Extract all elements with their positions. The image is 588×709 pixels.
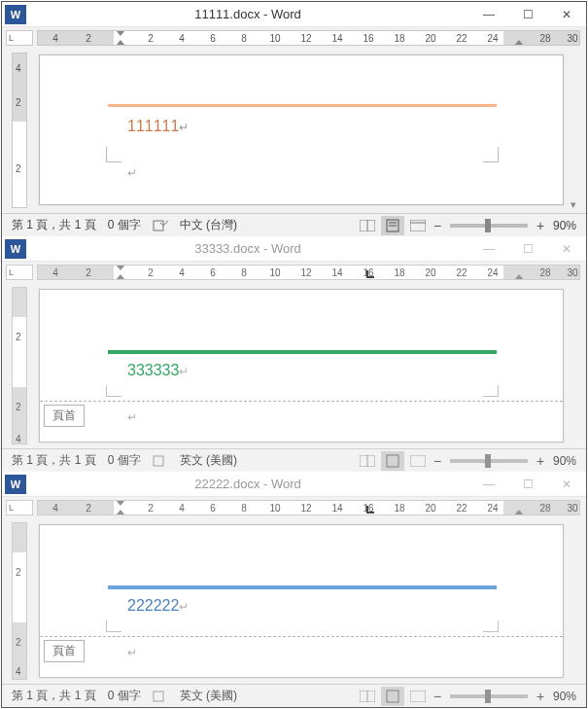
statusbar: 第 1 頁，共 1 頁 0 個字 中文 (台灣) − + 90% xyxy=(2,213,586,236)
svg-rect-8 xyxy=(154,456,163,466)
zoom-slider[interactable] xyxy=(450,459,528,463)
vertical-scrollbar[interactable]: ▾ xyxy=(568,49,581,213)
language-status[interactable]: 中文 (台灣) xyxy=(174,214,243,236)
word-count[interactable]: 0 個字 xyxy=(102,214,147,236)
zoom-thumb[interactable] xyxy=(485,219,491,232)
tab-selector[interactable]: L xyxy=(6,500,33,515)
web-layout-icon[interactable] xyxy=(406,216,430,235)
svg-rect-16 xyxy=(387,691,398,702)
document-text[interactable]: 333333↵ xyxy=(127,362,189,379)
tab-stop[interactable] xyxy=(366,270,374,278)
maximize-button[interactable]: ☐ xyxy=(508,472,547,497)
hanging-indent[interactable] xyxy=(116,40,125,46)
close-button[interactable]: ✕ xyxy=(547,2,586,27)
tab-selector[interactable]: L xyxy=(6,30,33,46)
zoom-out-button[interactable]: − xyxy=(431,689,444,704)
language-status[interactable]: 英文 (美國) xyxy=(174,685,243,707)
document-page[interactable]: 222222↵ 頁首 ↵ xyxy=(39,524,564,678)
document-text[interactable]: 222222↵ xyxy=(127,597,189,615)
header-label[interactable]: 頁首 xyxy=(44,405,85,427)
vertical-ruler[interactable]: 4 2 2 xyxy=(12,53,27,208)
vertical-ruler[interactable]: 2 2 4 xyxy=(12,522,27,680)
spelling-icon[interactable] xyxy=(147,685,174,707)
document-area: 2 2 4 222222↵ 頁首 ↵ xyxy=(2,518,586,684)
tab-stop[interactable] xyxy=(366,506,374,514)
web-layout-icon[interactable] xyxy=(406,687,430,706)
vertical-ruler-col: 2 2 4 xyxy=(6,283,33,448)
window-controls: — ☐ ✕ xyxy=(469,2,586,27)
first-line-indent[interactable] xyxy=(116,30,125,36)
minimize-button[interactable]: — xyxy=(469,2,508,27)
close-button[interactable]: ✕ xyxy=(547,472,586,497)
document-page[interactable]: 111111↵ ↵ xyxy=(39,54,564,205)
horizontal-ruler[interactable]: 4 2 2 4 6 8 10 12 14 16 18 20 22 24 28 3… xyxy=(37,30,580,46)
vertical-scrollbar[interactable] xyxy=(568,283,581,448)
language-status[interactable]: 英文 (美國) xyxy=(174,449,243,472)
container: W 11111.docx - Word — ☐ ✕ L 4 2 2 4 6 8 xyxy=(1,1,587,708)
zoom-in-button[interactable]: + xyxy=(534,218,547,233)
zoom-slider[interactable] xyxy=(450,224,528,228)
margin-corner-bl xyxy=(106,620,121,632)
minimize-button[interactable]: — xyxy=(469,472,508,497)
statusbar: 第 1 頁，共 1 頁 0 個字 英文 (美國) − + 90% xyxy=(2,684,586,707)
first-line-indent[interactable] xyxy=(116,500,125,506)
minimize-button[interactable]: — xyxy=(469,236,508,262)
titlebar[interactable]: W 22222.docx - Word — ☐ ✕ xyxy=(2,472,586,497)
tab-selector[interactable]: L xyxy=(6,265,33,280)
first-line-indent[interactable] xyxy=(116,265,125,270)
print-layout-icon[interactable] xyxy=(381,687,404,706)
right-indent[interactable] xyxy=(514,274,524,280)
margin-corner-br xyxy=(483,147,499,162)
zoom-in-button[interactable]: + xyxy=(534,453,547,469)
vertical-ruler-col: 2 2 4 xyxy=(6,518,33,684)
hanging-indent[interactable] xyxy=(116,510,125,515)
page-status[interactable]: 第 1 頁，共 1 頁 xyxy=(6,214,102,236)
word-count[interactable]: 0 個字 xyxy=(102,685,147,707)
titlebar[interactable]: W 33333.docx - Word — ☐ ✕ xyxy=(2,236,586,262)
read-mode-icon[interactable] xyxy=(356,687,379,706)
horizontal-ruler-row: L 4 2 2 4 6 8 10 12 14 16 18 20 22 xyxy=(2,262,586,283)
word-app-icon: W xyxy=(5,5,26,24)
zoom-level[interactable]: 90% xyxy=(547,214,582,236)
hanging-indent[interactable] xyxy=(116,274,125,280)
read-mode-icon[interactable] xyxy=(356,451,379,471)
page-status[interactable]: 第 1 頁，共 1 頁 xyxy=(6,685,102,707)
right-indent[interactable] xyxy=(514,510,524,515)
vertical-scrollbar[interactable] xyxy=(568,518,581,684)
header-border-line xyxy=(108,350,497,354)
word-count[interactable]: 0 個字 xyxy=(102,449,147,472)
document-text[interactable]: 111111↵ xyxy=(127,118,189,135)
print-layout-icon[interactable] xyxy=(381,216,404,235)
document-area: 2 2 4 333333↵ 頁首 ↵ xyxy=(2,283,586,448)
horizontal-ruler[interactable]: 4 2 2 4 6 8 10 12 14 16 18 20 22 24 28 3… xyxy=(37,500,580,515)
svg-rect-6 xyxy=(410,220,426,231)
zoom-thumb[interactable] xyxy=(485,690,491,703)
vertical-ruler-col: 4 2 2 xyxy=(6,49,33,213)
zoom-thumb[interactable] xyxy=(485,454,491,468)
right-indent[interactable] xyxy=(514,40,524,46)
svg-rect-11 xyxy=(387,455,398,467)
svg-rect-12 xyxy=(410,455,426,467)
print-layout-icon[interactable] xyxy=(381,451,404,471)
header-label[interactable]: 頁首 xyxy=(44,640,85,662)
zoom-level[interactable]: 90% xyxy=(547,449,582,472)
zoom-out-button[interactable]: − xyxy=(431,218,444,233)
titlebar[interactable]: W 11111.docx - Word — ☐ ✕ xyxy=(2,2,586,27)
vertical-ruler[interactable]: 2 2 4 xyxy=(12,287,27,444)
read-mode-icon[interactable] xyxy=(356,216,379,235)
spelling-icon[interactable] xyxy=(147,449,174,472)
window-title: 11111.docx - Word xyxy=(26,7,469,21)
maximize-button[interactable]: ☐ xyxy=(508,236,547,262)
window-controls: — ☐ ✕ xyxy=(469,236,586,262)
horizontal-ruler[interactable]: 4 2 2 4 6 8 10 12 14 16 18 20 22 24 28 3… xyxy=(37,265,580,280)
maximize-button[interactable]: ☐ xyxy=(508,2,547,27)
spelling-icon[interactable] xyxy=(147,214,174,236)
zoom-level[interactable]: 90% xyxy=(547,685,582,707)
web-layout-icon[interactable] xyxy=(406,451,430,471)
zoom-in-button[interactable]: + xyxy=(534,689,547,704)
page-status[interactable]: 第 1 頁，共 1 頁 xyxy=(6,449,102,472)
zoom-out-button[interactable]: − xyxy=(431,453,444,469)
zoom-slider[interactable] xyxy=(450,694,528,698)
document-page[interactable]: 333333↵ 頁首 ↵ xyxy=(39,289,564,443)
close-button[interactable]: ✕ xyxy=(547,236,586,262)
